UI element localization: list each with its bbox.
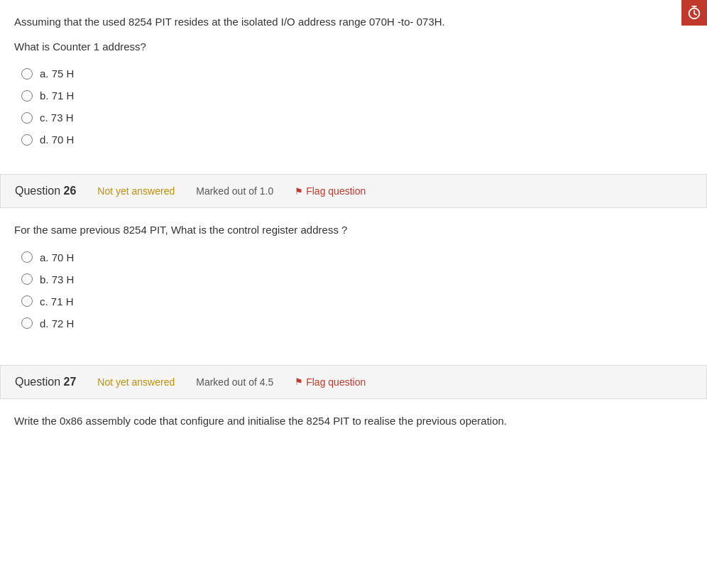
question-26-title: Question 26 — [15, 185, 76, 197]
q25-text: What is Counter 1 address? — [14, 39, 693, 55]
q26-option-d[interactable] — [21, 317, 33, 329]
q26-options: a. 70 H b. 73 H c. 71 H d. 72 H — [21, 251, 693, 330]
question-27-body: Write the 0x86 assembly code that config… — [0, 399, 707, 450]
list-item: d. 72 H — [21, 317, 693, 330]
q26-text: For the same previous 8254 PIT, What is … — [14, 222, 693, 239]
q26-option-c[interactable] — [21, 295, 33, 307]
q25-option-b-label[interactable]: b. 71 H — [40, 89, 74, 102]
q26-option-c-label[interactable]: c. 71 H — [40, 295, 74, 307]
q25-option-a-label[interactable]: a. 75 H — [40, 67, 74, 80]
q26-option-a-label[interactable]: a. 70 H — [40, 251, 74, 263]
question-26-header: Question 26 Not yet answered Marked out … — [0, 174, 707, 208]
list-item: b. 71 H — [21, 89, 693, 102]
question-27-block: Question 27 Not yet answered Marked out … — [0, 365, 707, 450]
question-26-marks: Marked out of 1.0 — [196, 185, 273, 197]
flag-question-26-button[interactable]: ⚑ Flag question — [295, 185, 366, 197]
question-27-marks: Marked out of 4.5 — [196, 376, 273, 388]
q26-option-b-label[interactable]: b. 73 H — [40, 273, 74, 285]
flag-question-26-label: Flag question — [306, 185, 366, 197]
timer-icon — [681, 0, 707, 26]
q25-option-c[interactable] — [21, 112, 33, 124]
question-27-title: Question 27 — [15, 376, 76, 388]
question-26-status: Not yet answered — [97, 185, 175, 197]
list-item: c. 73 H — [21, 111, 693, 124]
flag-icon-27: ⚑ — [295, 376, 303, 387]
question-27-header: Question 27 Not yet answered Marked out … — [0, 365, 707, 399]
question-27-status: Not yet answered — [97, 376, 175, 388]
q25-option-b[interactable] — [21, 90, 33, 102]
intro-section: Assuming that the used 8254 PIT resides … — [0, 0, 707, 174]
list-item: a. 70 H — [21, 251, 693, 263]
list-item: a. 75 H — [21, 67, 693, 80]
list-item: b. 73 H — [21, 273, 693, 285]
q25-option-d-label[interactable]: d. 70 H — [40, 134, 74, 146]
question-26-block: Question 26 Not yet answered Marked out … — [0, 174, 707, 358]
flag-question-27-label: Flag question — [306, 376, 366, 388]
q27-text: Write the 0x86 assembly code that config… — [14, 413, 693, 430]
flag-question-27-button[interactable]: ⚑ Flag question — [295, 376, 366, 388]
question-27-prefix: Question — [15, 376, 63, 388]
question-26-number: 26 — [63, 185, 76, 197]
q25-option-a[interactable] — [21, 68, 33, 80]
question-26-body: For the same previous 8254 PIT, What is … — [0, 208, 707, 358]
q26-option-a[interactable] — [21, 251, 33, 263]
question-27-number: 27 — [63, 376, 76, 388]
q26-option-b[interactable] — [21, 273, 33, 285]
list-item: d. 70 H — [21, 134, 693, 146]
q25-option-c-label[interactable]: c. 73 H — [40, 111, 74, 124]
q25-options: a. 75 H b. 71 H c. 73 H d. 70 H — [21, 67, 693, 146]
flag-icon-26: ⚑ — [295, 186, 303, 197]
intro-text: Assuming that the used 8254 PIT resides … — [14, 14, 693, 31]
q25-option-d[interactable] — [21, 134, 33, 146]
q26-option-d-label[interactable]: d. 72 H — [40, 317, 74, 330]
list-item: c. 71 H — [21, 295, 693, 307]
question-26-prefix: Question — [15, 185, 63, 197]
